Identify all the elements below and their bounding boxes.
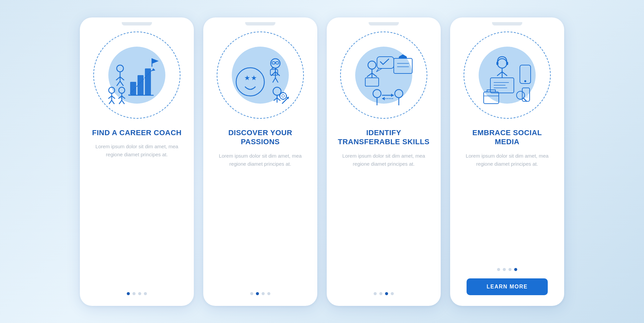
phone-card-2: ★ ★ — [203, 17, 317, 306]
svg-rect-55 — [365, 78, 379, 86]
svg-line-37 — [275, 78, 278, 83]
svg-line-75 — [497, 72, 502, 76]
phone-notch-2 — [245, 22, 275, 25]
dot-1-1 — [127, 292, 130, 295]
phone-card-1: FIND A CAREER COACH Lorem ipsum dolor si… — [80, 17, 194, 306]
svg-line-16 — [108, 96, 112, 99]
card-3-description: Lorem ipsum dolor sit dim amet, mea regi… — [327, 147, 441, 285]
dot-4-3 — [508, 268, 512, 271]
svg-point-51 — [368, 61, 376, 69]
card-1-dots — [127, 292, 147, 295]
svg-point-67 — [395, 90, 403, 98]
phone-top-bar-1 — [80, 17, 194, 25]
svg-line-9 — [120, 77, 124, 80]
illustration-social-media — [460, 28, 554, 122]
phone-card-3: IDENTIFY TRANSFERABLE SKILLS Lorem ipsum… — [327, 17, 441, 306]
dot-3-3 — [385, 292, 388, 295]
learn-more-button[interactable]: LEARN MORE — [467, 278, 548, 295]
card-3-title: IDENTIFY TRANSFERABLE SKILLS — [327, 122, 441, 147]
svg-text:★: ★ — [251, 74, 257, 82]
svg-rect-31 — [276, 62, 279, 64]
svg-marker-62 — [399, 54, 407, 57]
dot-2-2 — [256, 292, 259, 295]
svg-line-11 — [120, 81, 123, 86]
career-coach-svg — [100, 38, 174, 112]
phone-notch-4 — [492, 22, 522, 25]
card-2-dots — [250, 292, 270, 295]
svg-rect-85 — [484, 92, 499, 104]
svg-point-39 — [273, 87, 281, 95]
svg-rect-73 — [506, 62, 508, 65]
svg-rect-58 — [394, 58, 412, 73]
svg-point-44 — [282, 95, 284, 97]
svg-line-42 — [277, 98, 280, 101]
phone-top-bar-2 — [203, 17, 317, 25]
cards-container: FIND A CAREER COACH Lorem ipsum dolor si… — [80, 17, 564, 306]
svg-marker-5 — [151, 68, 155, 71]
card-4-dots — [497, 268, 517, 271]
dot-4-4 — [514, 268, 517, 271]
dot-4-2 — [503, 268, 506, 271]
dot-1-3 — [138, 292, 141, 295]
svg-rect-83 — [522, 67, 529, 79]
svg-line-17 — [112, 96, 115, 99]
svg-line-41 — [274, 98, 277, 101]
phone-card-4: EMBRACE SOCIAL MEDIA Lorem ipsum dolor s… — [450, 17, 564, 306]
svg-rect-0 — [130, 82, 136, 95]
dot-2-4 — [267, 292, 270, 295]
svg-point-63 — [373, 90, 381, 98]
phone-notch-1 — [122, 22, 152, 25]
illustration-career-coach — [90, 28, 184, 122]
svg-rect-1 — [138, 75, 144, 95]
svg-line-53 — [367, 73, 372, 77]
phone-top-bar-4 — [450, 17, 564, 25]
dot-1-4 — [144, 292, 147, 295]
phone-top-bar-3 — [327, 17, 441, 25]
svg-point-84 — [524, 80, 526, 82]
svg-point-14 — [109, 87, 115, 93]
svg-point-43 — [280, 93, 286, 99]
svg-rect-72 — [496, 62, 498, 65]
svg-line-23 — [122, 96, 125, 99]
svg-marker-66 — [391, 94, 394, 97]
dot-3-2 — [379, 292, 382, 295]
svg-line-36 — [273, 78, 275, 83]
svg-line-22 — [118, 96, 122, 99]
skills-svg — [347, 38, 421, 112]
dot-3-4 — [391, 292, 394, 295]
social-media-svg — [470, 38, 544, 112]
dot-1-2 — [132, 292, 136, 295]
svg-point-71 — [497, 59, 507, 68]
svg-marker-70 — [382, 97, 385, 100]
card-4-description: Lorem ipsum dolor sit dim amet, mea regi… — [450, 147, 564, 261]
svg-text:★: ★ — [244, 74, 250, 82]
dot-3-1 — [374, 292, 377, 295]
svg-marker-13 — [152, 58, 159, 64]
svg-line-54 — [372, 73, 377, 77]
card-3-dots — [374, 292, 394, 295]
card-1-description: Lorem ipsum dolor sit dim amet, mea regi… — [80, 137, 194, 285]
dot-4-1 — [497, 268, 500, 271]
svg-line-25 — [122, 100, 124, 104]
card-2-title: DISCOVER YOUR PASSIONS — [203, 122, 317, 147]
dot-2-1 — [250, 292, 253, 295]
card-1-title: FIND A CAREER COACH — [83, 122, 191, 138]
svg-rect-61 — [399, 57, 407, 59]
svg-line-10 — [117, 81, 120, 86]
svg-line-8 — [116, 77, 120, 80]
illustration-skills — [337, 28, 431, 122]
dot-2-3 — [262, 292, 265, 295]
svg-line-90 — [523, 98, 527, 101]
svg-line-76 — [502, 72, 507, 76]
svg-point-20 — [119, 87, 125, 93]
svg-line-19 — [112, 100, 114, 104]
illustration-passions: ★ ★ — [213, 28, 307, 122]
svg-point-6 — [117, 65, 123, 72]
svg-point-26 — [236, 68, 264, 96]
phone-notch-3 — [369, 22, 399, 25]
passions-svg: ★ ★ — [223, 38, 297, 112]
svg-line-24 — [119, 100, 122, 104]
svg-rect-30 — [272, 62, 275, 64]
svg-rect-38 — [270, 69, 278, 75]
svg-marker-57 — [376, 68, 382, 72]
